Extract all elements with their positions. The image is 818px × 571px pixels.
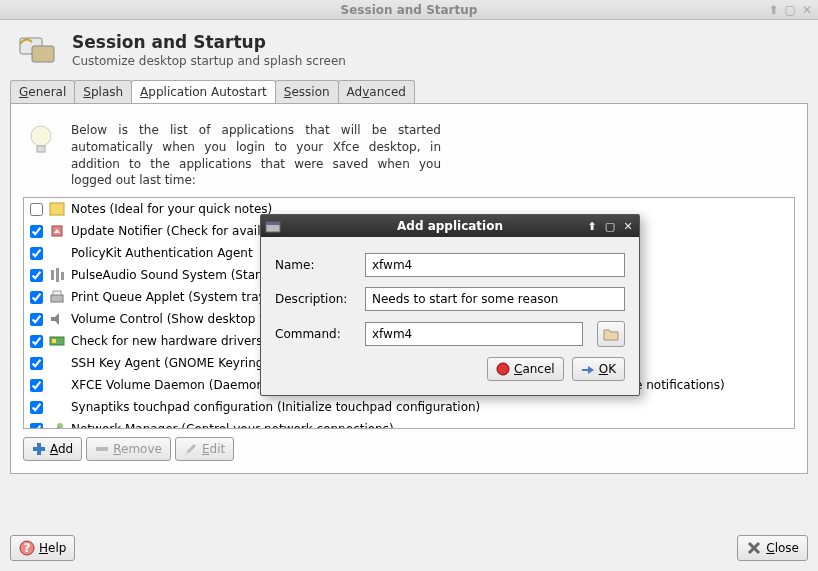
edit-button[interactable]: Edit — [175, 437, 234, 461]
tab-splash[interactable]: Splash — [74, 80, 132, 103]
svg-rect-12 — [52, 339, 56, 343]
item-checkbox[interactable] — [30, 291, 43, 304]
header: Session and Startup Customize desktop st… — [0, 20, 818, 80]
intro-text: Below is the list of applications that w… — [71, 122, 441, 189]
item-checkbox[interactable] — [30, 357, 43, 370]
svg-rect-3 — [37, 146, 45, 152]
volume-icon — [49, 311, 65, 327]
ok-icon — [581, 362, 595, 376]
svg-rect-10 — [53, 291, 61, 295]
list-item: Network Manager (Control your network co… — [24, 418, 794, 429]
item-checkbox[interactable] — [30, 313, 43, 326]
command-label: Command: — [275, 327, 355, 341]
command-input[interactable] — [365, 322, 583, 346]
window-titlebar: Session and Startup ⬆ ▢ ✕ — [0, 0, 818, 20]
printer-icon — [49, 289, 65, 305]
dialog-titlebar[interactable]: Add application ⬆ ▢ ✕ — [261, 215, 639, 237]
svg-point-14 — [57, 423, 63, 429]
tab-session[interactable]: Session — [275, 80, 339, 103]
close-button[interactable]: Close — [737, 535, 808, 561]
edit-icon — [184, 442, 198, 456]
tab-application-autostart[interactable]: Application Autostart — [131, 80, 276, 103]
update-icon — [49, 223, 65, 239]
svg-rect-18 — [96, 447, 108, 451]
network-icon — [49, 421, 65, 429]
item-label: Notes (Ideal for your quick notes) — [71, 202, 272, 216]
svg-text:?: ? — [24, 541, 31, 555]
svg-rect-8 — [61, 272, 64, 280]
name-label: Name: — [275, 258, 355, 272]
svg-rect-1 — [32, 46, 54, 62]
item-checkbox[interactable] — [30, 423, 43, 429]
item-label: Network Manager (Control your network co… — [71, 422, 394, 429]
page-subtitle: Customize desktop startup and splash scr… — [72, 54, 346, 68]
folder-open-icon — [603, 327, 619, 341]
help-icon: ? — [19, 540, 35, 556]
svg-line-15 — [55, 427, 59, 429]
tab-bar: General Splash Application Autostart Ses… — [10, 80, 808, 104]
add-button[interactable]: Add — [23, 437, 82, 461]
cancel-icon — [496, 362, 510, 376]
description-label: Description: — [275, 292, 355, 306]
ok-button[interactable]: OK — [572, 357, 625, 381]
dialog-app-icon — [265, 218, 281, 234]
browse-button[interactable] — [597, 321, 625, 347]
session-icon — [18, 32, 58, 66]
dialog-close-icon[interactable]: ✕ — [621, 219, 635, 233]
remove-button[interactable]: Remove — [86, 437, 171, 461]
item-checkbox[interactable] — [30, 335, 43, 348]
svg-rect-7 — [56, 268, 59, 282]
hardware-icon — [49, 333, 65, 349]
close-window-icon[interactable]: ✕ — [802, 3, 812, 17]
item-label: PolicyKit Authentication Agent — [71, 246, 253, 260]
svg-rect-6 — [51, 270, 54, 280]
list-item: Synaptiks touchpad configuration (Initia… — [24, 396, 794, 418]
light-bulb-icon — [23, 122, 59, 158]
item-checkbox[interactable] — [30, 269, 43, 282]
roll-up-icon[interactable]: ⬆ — [769, 3, 779, 17]
dialog-roll-up-icon[interactable]: ⬆ — [585, 219, 599, 233]
add-application-dialog: Add application ⬆ ▢ ✕ Name: Description:… — [260, 214, 640, 396]
item-label: Synaptiks touchpad configuration (Initia… — [71, 400, 480, 414]
audio-icon — [49, 267, 65, 283]
item-checkbox[interactable] — [30, 203, 43, 216]
name-input[interactable] — [365, 253, 625, 277]
description-input[interactable] — [365, 287, 625, 311]
item-checkbox[interactable] — [30, 401, 43, 414]
minus-icon — [95, 442, 109, 456]
svg-rect-22 — [266, 222, 280, 225]
svg-point-23 — [497, 363, 509, 375]
svg-rect-4 — [50, 203, 64, 215]
item-checkbox[interactable] — [30, 247, 43, 260]
svg-point-2 — [31, 126, 51, 146]
svg-rect-17 — [33, 447, 45, 451]
cancel-button[interactable]: Cancel — [487, 357, 564, 381]
svg-rect-9 — [51, 295, 63, 302]
help-button[interactable]: ? Help — [10, 535, 75, 561]
plus-icon — [32, 442, 46, 456]
maximize-icon[interactable]: ▢ — [785, 3, 796, 17]
dialog-title: Add application — [397, 219, 503, 233]
tab-advanced[interactable]: Advanced — [338, 80, 415, 103]
close-icon — [746, 540, 762, 556]
notes-icon — [49, 201, 65, 217]
tab-general[interactable]: General — [10, 80, 75, 103]
window-title: Session and Startup — [341, 3, 478, 17]
item-checkbox[interactable] — [30, 225, 43, 238]
dialog-maximize-icon[interactable]: ▢ — [603, 219, 617, 233]
item-checkbox[interactable] — [30, 379, 43, 392]
page-title: Session and Startup — [72, 32, 346, 52]
